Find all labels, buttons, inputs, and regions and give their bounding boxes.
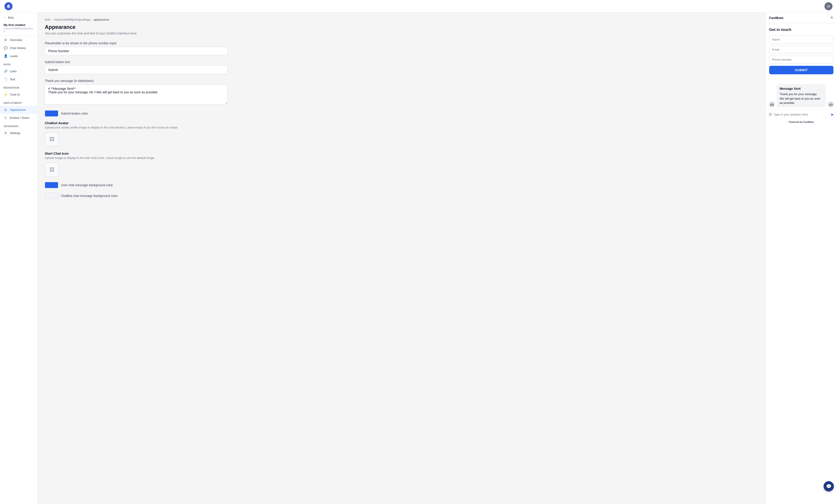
embed-icon: ⊙ xyxy=(4,116,7,120)
svg-point-3 xyxy=(7,6,8,7)
message-bubble-bot: Message Sent Thank you for your message.… xyxy=(777,84,826,107)
data-section-label: Data xyxy=(0,60,37,67)
sidebar-item-label: Leads xyxy=(10,54,18,58)
sidebar-item-settings[interactable]: ⚙ Settings xyxy=(0,129,37,137)
submit-button-text-input[interactable] xyxy=(45,66,228,74)
content-area: bots › clsaa1iod0989pxb1jpudlngq › appea… xyxy=(38,13,765,504)
chat-history-icon: 💬 xyxy=(4,46,7,50)
breadcrumb: bots › clsaa1iod0989pxb1jpudlngq › appea… xyxy=(45,18,228,21)
breadcrumb-current: appearance xyxy=(94,18,109,21)
sidebar-item-overview[interactable]: ⊞ Overview xyxy=(0,36,37,44)
submit-button-text-label: Submit button text xyxy=(45,60,228,64)
breadcrumb-bot-id[interactable]: clsaa1iod0989pxb1jpudlngq xyxy=(54,18,90,21)
advanced-section-label: Advanced xyxy=(0,122,37,129)
sidebar-item-label: Settings xyxy=(10,131,20,135)
start-chat-upload-icon: 🖼 xyxy=(50,167,54,173)
chat-input-bar: ☰ ➤ xyxy=(766,110,837,119)
app-logo xyxy=(4,2,13,10)
lead-name-input[interactable] xyxy=(769,36,833,43)
page-subtitle: You can customise the look and feel of y… xyxy=(45,32,228,35)
appearance-icon: ◎ xyxy=(4,108,7,112)
svg-point-4 xyxy=(9,6,10,7)
settings-icon: ⚙ xyxy=(4,131,7,135)
chatbot-bg-color-swatch[interactable] xyxy=(45,193,58,199)
deployment-section-label: Deployment xyxy=(0,98,37,106)
lead-submit-button[interactable]: SUBMIT xyxy=(769,66,833,74)
svg-rect-5 xyxy=(8,7,9,7)
powered-by-text: Powered by xyxy=(789,121,803,123)
powered-by: Powered by FastBots xyxy=(766,119,837,126)
sidebar-item-appearance[interactable]: ◎ Appearance xyxy=(0,106,37,114)
sidebar-item-embed-share[interactable]: ⊙ Embed / Share xyxy=(0,114,37,122)
chatbot-avatar-section: Chatbot Avatar Upload your avatar profil… xyxy=(45,121,228,147)
back-label: Bots xyxy=(8,16,14,19)
powered-by-brand: FastBots xyxy=(803,121,814,123)
user-bg-color-label: User chat message background color. xyxy=(61,183,113,187)
chat-preview: Get in touch SUBMIT 🤖 Message Sent Thank… xyxy=(766,23,837,504)
sidebar-item-chat-history[interactable]: 💬 Chat History xyxy=(0,44,37,52)
menu-icon[interactable]: ☰ xyxy=(769,112,772,116)
lead-form-title: Get in touch xyxy=(769,28,833,32)
sidebar-item-tune-ai[interactable]: ⚡ Tune AI xyxy=(0,90,37,98)
avatar-title: Chatbot Avatar xyxy=(45,121,228,125)
avatar-desc: Upload your avatar profile image to disp… xyxy=(45,126,228,129)
thank-you-textarea[interactable]: # **Message Sent** Thank you for your me… xyxy=(45,84,228,105)
sidebar-item-label: Appearance xyxy=(10,108,25,111)
user-bg-color-swatch[interactable] xyxy=(45,182,58,188)
preview-panel: FastBots ✕ Get in touch SUBMIT 🤖 Message… xyxy=(765,13,837,504)
phone-placeholder-label: Placeholder to be shown in the phone num… xyxy=(45,41,228,45)
tune-icon: ⚡ xyxy=(4,92,7,96)
preview-header: FastBots ✕ xyxy=(766,13,837,23)
sidebar: ← Bots My first chatbot clsaa1iod0989pxb… xyxy=(0,13,38,504)
bot-name: My first chatbot xyxy=(4,23,34,26)
preview-close-button[interactable]: ✕ xyxy=(830,15,833,20)
bot-avatar-icon: 🤖 xyxy=(769,101,775,107)
topbar: U xyxy=(0,0,837,13)
bot-info: My first chatbot clsaa1iod0989pxb1jpudln… xyxy=(0,21,37,36)
text-icon: 📄 xyxy=(4,77,7,81)
message-sent-title: Message Sent xyxy=(780,86,823,91)
avatar-upload-box[interactable]: 🖼 xyxy=(45,132,59,147)
breadcrumb-sep-2: › xyxy=(91,18,92,21)
submit-color-row: Submit button color xyxy=(45,110,228,116)
sidebar-item-text[interactable]: 📄 Text xyxy=(0,75,37,83)
start-chat-icon-section: Start Chat Icon Upload image to display … xyxy=(45,151,228,177)
leads-icon: 👤 xyxy=(4,54,7,58)
submit-color-swatch[interactable] xyxy=(45,110,58,116)
lead-email-input[interactable] xyxy=(769,46,833,53)
svg-rect-1 xyxy=(8,5,9,6)
lead-phone-input[interactable] xyxy=(769,56,833,64)
thank-you-label: Thank you message (in Markdown) xyxy=(45,79,228,83)
robot-icon xyxy=(6,4,11,9)
bot-id: clsaa1iod0989pxb1jpudlngq xyxy=(4,27,34,33)
links-icon: 🔗 xyxy=(4,69,7,73)
sidebar-item-label: Chat History xyxy=(10,46,26,50)
user-avatar[interactable]: U xyxy=(824,2,833,10)
start-chat-upload-box[interactable]: 🖼 xyxy=(45,163,59,177)
sidebar-item-links[interactable]: 🔗 Links xyxy=(0,67,37,75)
sidebar-item-label: Overview xyxy=(10,38,22,42)
back-to-bots[interactable]: ← Bots xyxy=(0,13,37,21)
message-row-bot: 🤖 Message Sent Thank you for your messag… xyxy=(769,84,834,107)
breadcrumb-sep-1: › xyxy=(52,18,53,21)
overview-icon: ⊞ xyxy=(4,38,7,42)
start-chat-icon-title: Start Chat Icon xyxy=(45,151,228,155)
floating-chat-icon: 💬 xyxy=(826,484,832,489)
chatbot-bg-color-label: ChatBot chat message background color. xyxy=(61,194,118,198)
submit-button-text-section: Submit button text xyxy=(45,60,228,74)
floating-chat-button[interactable]: 💬 xyxy=(823,481,834,491)
behaviour-section-label: Behaviour xyxy=(0,83,37,90)
chat-input-field[interactable] xyxy=(773,113,829,116)
preview-title: FastBots xyxy=(769,16,783,20)
breadcrumb-bots[interactable]: bots xyxy=(45,18,50,21)
thank-you-section: Thank you message (in Markdown) # **Mess… xyxy=(45,79,228,105)
chatbot-bg-color-row: ChatBot chat message background color. xyxy=(45,193,228,199)
main-layout: ← Bots My first chatbot clsaa1iod0989pxb… xyxy=(0,13,837,504)
lead-form: Get in touch SUBMIT xyxy=(766,23,837,82)
sidebar-item-label: Links xyxy=(10,70,17,73)
sidebar-item-label: Text xyxy=(10,78,15,81)
send-button[interactable]: ➤ xyxy=(831,112,834,117)
phone-placeholder-input[interactable] xyxy=(45,47,228,55)
content-inner: bots › clsaa1iod0989pxb1jpudlngq › appea… xyxy=(38,13,235,209)
sidebar-item-leads[interactable]: 👤 Leads xyxy=(0,52,37,60)
